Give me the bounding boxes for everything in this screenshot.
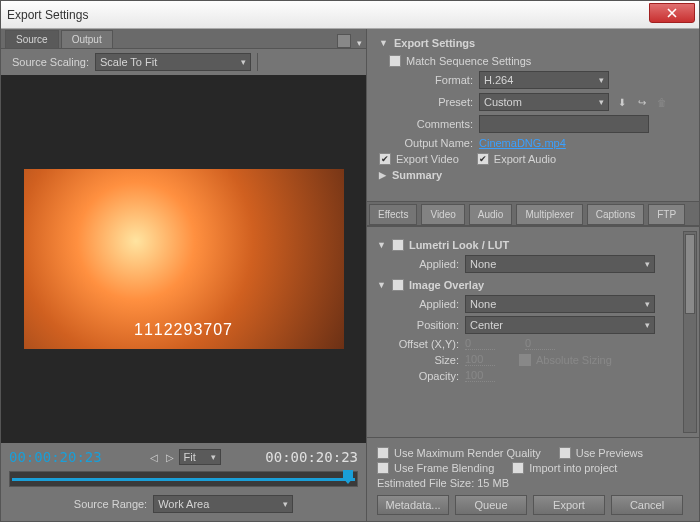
- titlebar: Export Settings: [1, 1, 699, 29]
- footer: Use Maximum Render Quality Use Previews …: [367, 437, 699, 521]
- offset-y-input[interactable]: 0: [525, 337, 555, 350]
- estimated-size: Estimated File Size: 15 MB: [377, 477, 509, 489]
- right-panel: ▼ Export Settings Match Sequence Setting…: [367, 29, 699, 521]
- fit-dropdown[interactable]: Fit: [179, 449, 221, 465]
- timeline-track[interactable]: [9, 471, 358, 487]
- lumetri-checkbox[interactable]: [392, 239, 404, 251]
- lumetri-applied-label: Applied:: [395, 258, 465, 270]
- preview-area: 1112293707: [1, 75, 366, 443]
- export-audio-label: Export Audio: [494, 153, 556, 165]
- export-button[interactable]: Export: [533, 495, 605, 515]
- format-dropdown[interactable]: H.264: [479, 71, 609, 89]
- output-name-label: Output Name:: [379, 137, 479, 149]
- summary-header[interactable]: ▶ Summary: [379, 169, 687, 181]
- left-panel: Source Output ▾ Source Scaling: Scale To…: [1, 29, 367, 521]
- preset-label: Preset:: [379, 96, 479, 108]
- preview-tabs: Source Output ▾: [1, 29, 366, 49]
- chevron-down-icon[interactable]: ▾: [353, 38, 366, 48]
- disclosure-icon: ▼: [379, 38, 388, 48]
- next-frame-button[interactable]: ▷: [163, 452, 177, 463]
- subtab-video[interactable]: Video: [421, 204, 464, 225]
- max-quality-checkbox[interactable]: [377, 447, 389, 459]
- size-input[interactable]: 100: [465, 353, 495, 366]
- window-title: Export Settings: [7, 8, 88, 22]
- scrollbar-thumb[interactable]: [685, 234, 695, 314]
- export-settings-window: Export Settings Source Output ▾ Source S…: [0, 0, 700, 522]
- timecode-in[interactable]: 00:00:20:23: [9, 449, 102, 465]
- image-overlay-header[interactable]: ▼ Image Overlay: [377, 279, 689, 291]
- disclosure-right-icon: ▶: [379, 170, 386, 180]
- match-sequence-checkbox[interactable]: [389, 55, 401, 67]
- source-scaling-dropdown[interactable]: Scale To Fit: [95, 53, 251, 71]
- prev-frame-button[interactable]: ◁: [147, 452, 161, 463]
- lumetri-applied-dropdown[interactable]: None: [465, 255, 655, 273]
- subtab-multiplexer[interactable]: Multiplexer: [516, 204, 582, 225]
- effects-panel: ▼ Lumetri Look / LUT Applied: None ▼ Ima…: [367, 226, 699, 437]
- lumetri-header[interactable]: ▼ Lumetri Look / LUT: [377, 239, 689, 251]
- preset-dropdown[interactable]: Custom: [479, 93, 609, 111]
- export-video-label: Export Video: [396, 153, 459, 165]
- export-settings-header[interactable]: ▼ Export Settings: [379, 37, 687, 49]
- timecode-out: 00:00:20:23: [265, 449, 358, 465]
- image-overlay-checkbox[interactable]: [392, 279, 404, 291]
- close-button[interactable]: [649, 3, 695, 23]
- frame-blending-checkbox[interactable]: [377, 462, 389, 474]
- comments-input[interactable]: [479, 115, 649, 133]
- opacity-input[interactable]: 100: [465, 369, 495, 382]
- aspect-icon[interactable]: [337, 34, 351, 48]
- watermark-text: 1112293707: [134, 321, 233, 339]
- subtabs: Effects Video Audio Multiplexer Captions…: [367, 201, 699, 226]
- comments-label: Comments:: [379, 118, 479, 130]
- export-audio-checkbox[interactable]: ✔: [477, 153, 489, 165]
- offset-x-input[interactable]: 0: [465, 337, 495, 350]
- source-scaling-row: Source Scaling: Scale To Fit: [1, 49, 366, 75]
- import-preset-icon[interactable]: ↪: [635, 95, 649, 109]
- source-scaling-label: Source Scaling:: [9, 56, 95, 68]
- tab-source[interactable]: Source: [5, 30, 59, 48]
- subtab-effects[interactable]: Effects: [369, 204, 417, 225]
- delete-preset-icon[interactable]: 🗑: [655, 95, 669, 109]
- import-project-checkbox[interactable]: [512, 462, 524, 474]
- cancel-button[interactable]: Cancel: [611, 495, 683, 515]
- format-label: Format:: [379, 74, 479, 86]
- timeline-area: 00:00:20:23 ◁ ▷ Fit 00:00:20:23 Source R: [1, 443, 366, 521]
- match-sequence-label: Match Sequence Settings: [406, 55, 531, 67]
- scrollbar[interactable]: [683, 231, 697, 433]
- metadata-button[interactable]: Metadata...: [377, 495, 449, 515]
- tab-output[interactable]: Output: [61, 30, 113, 48]
- export-video-checkbox[interactable]: ✔: [379, 153, 391, 165]
- overlay-applied-dropdown[interactable]: None: [465, 295, 655, 313]
- use-previews-checkbox[interactable]: [559, 447, 571, 459]
- overlay-position-dropdown[interactable]: Center: [465, 316, 655, 334]
- subtab-ftp[interactable]: FTP: [648, 204, 685, 225]
- subtab-captions[interactable]: Captions: [587, 204, 644, 225]
- playhead[interactable]: [343, 470, 353, 484]
- source-range-label: Source Range:: [74, 498, 153, 510]
- video-frame: 1112293707: [24, 169, 344, 349]
- absolute-sizing-checkbox[interactable]: [519, 354, 531, 366]
- output-name-link[interactable]: CinemaDNG.mp4: [479, 137, 566, 149]
- queue-button[interactable]: Queue: [455, 495, 527, 515]
- subtab-audio[interactable]: Audio: [469, 204, 513, 225]
- save-preset-icon[interactable]: ⬇: [615, 95, 629, 109]
- source-range-dropdown[interactable]: Work Area: [153, 495, 293, 513]
